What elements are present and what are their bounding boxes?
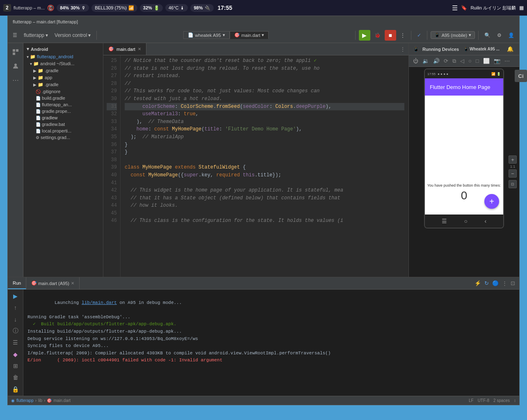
wheatek-tab[interactable]: 📄 wheatek A95 ▾ (183, 31, 230, 39)
tab-label: main.dart (116, 47, 135, 52)
more-dots-icon[interactable]: ⋯ (10, 74, 21, 86)
lf-label[interactable]: LF (469, 398, 474, 403)
device-cam-btn[interactable]: 📷 (492, 57, 502, 65)
tree-label: build.gradle (42, 96, 65, 100)
commit-icon: ✓ (417, 32, 421, 38)
device-selector[interactable]: 📱 A95 (mobile) ▾ (431, 31, 475, 39)
account-button[interactable]: 👤 (506, 31, 517, 40)
battery2-icon: 🔋 (154, 5, 160, 11)
breadcrumb-sep2: › (44, 398, 45, 403)
tree-item-gradle1[interactable]: ▶ 📁 .gradle (23, 67, 103, 74)
run-list-btn[interactable]: ☰ (10, 338, 21, 347)
tree-item-app[interactable]: ▶ 📁 app (23, 74, 103, 81)
temp-label: 46°C (169, 5, 179, 10)
folder-arrow-icon: ▶ (33, 68, 37, 73)
ci-badge[interactable]: Ci (515, 70, 519, 82)
encoding-label[interactable]: UTF-8 (478, 398, 489, 403)
sys-menu-icon[interactable]: ☰ (452, 4, 458, 12)
zoom-fit-button[interactable]: ⊡ (509, 180, 517, 188)
tree-item-flutterapp-android[interactable]: ▾ 📁 flutterapp_android (23, 53, 103, 60)
project-dropdown[interactable]: flutterapp ▾ (21, 31, 50, 40)
device-rotate-btn[interactable]: ⟳ (442, 57, 450, 65)
tree-item-settings-gradle[interactable]: ⚙ settings.grad... (23, 134, 103, 141)
device-power-btn[interactable]: ⏻ (411, 57, 420, 65)
device-home-btn[interactable]: ○ (467, 57, 473, 65)
phone-nav-back-icon[interactable]: ‹ (484, 218, 486, 224)
tree-item-flutterapp-an[interactable]: 📄 flutterapp_an... (23, 101, 103, 108)
console-output: Launching lib/main.dart on A95 in debug … (23, 290, 519, 396)
file-run-tab[interactable]: 🎯 main.dart (A95) ✕ (26, 277, 80, 289)
commit-button[interactable]: ✓ (415, 31, 424, 40)
more-button[interactable]: ⋮ (398, 31, 408, 40)
console-more-btn[interactable]: ⋮ (501, 279, 508, 287)
run-up-btn[interactable]: ↑ (10, 304, 21, 312)
phone-nav-home-icon[interactable]: ○ (464, 218, 467, 224)
breadcrumb-lib[interactable]: lib (38, 398, 42, 403)
device-more-btn[interactable]: ⋯ (503, 57, 511, 65)
run-diamond-btn[interactable]: ◆ (10, 350, 21, 358)
device-vol-down-btn[interactable]: 🔉 (421, 57, 431, 65)
fab-button[interactable]: + (484, 194, 499, 209)
console-refresh-btn[interactable]: ↻ (484, 279, 490, 287)
svg-point-3 (14, 64, 17, 66)
sys-grid-icon[interactable]: ▦ (519, 5, 524, 11)
zoom-in-button[interactable]: + (509, 155, 517, 164)
search-button[interactable]: 🔍 (482, 31, 493, 40)
debug-button[interactable]: 🐞 (372, 31, 383, 40)
settings-button[interactable]: ⚙ (495, 31, 504, 40)
tree-item-gradlew[interactable]: 📄 gradlew (23, 114, 103, 121)
code-lines[interactable]: // Notice that the counter didn't reset … (121, 55, 408, 277)
camera-off-icon: 📵 (47, 5, 54, 11)
person-icon[interactable] (10, 60, 21, 72)
run-down-btn[interactable]: ↓ (10, 315, 21, 324)
run-play-btn[interactable]: ▶ (10, 292, 21, 300)
device-vol-up-btn[interactable]: 🔊 (431, 57, 441, 65)
status-bar: ◉ flutterapp › lib › 🎯 main.dart LF UTF-… (8, 396, 519, 405)
run-settings-btn[interactable]: 🔒 (10, 385, 21, 393)
phone-nav-menu-icon[interactable]: ☰ (442, 218, 447, 224)
tree-item-gradlew-bat[interactable]: 📄 gradlew.bat (23, 121, 103, 128)
run-table-btn[interactable]: ⊞ (10, 362, 21, 370)
tree-item-local-props[interactable]: 📄 local.properti... (23, 128, 103, 134)
notification-button[interactable]: 🔔 (505, 45, 515, 53)
network-label: BELL309 (75%) (95, 5, 127, 10)
panel-expand-btn[interactable]: ⊡ (510, 279, 516, 287)
left-icon-sidebar: ⋯ (8, 43, 23, 277)
main-dart-tab[interactable]: 🎯 main.dart ▾ (230, 31, 269, 39)
editor-tab-main-dart[interactable]: 🎯 main.dart ✕ (103, 43, 146, 55)
device-screen-btn[interactable]: ⬜ (481, 57, 491, 65)
tree-item-build-gradle[interactable]: 📄 build.gradle (23, 95, 103, 101)
tree-item-android[interactable]: ▾ 📁 android ~/Studi... (23, 60, 103, 67)
zoom-out-button[interactable]: − (509, 169, 517, 178)
tree-item-gradle-props[interactable]: 📄 gradle.prope... (23, 108, 103, 114)
run-trash-btn[interactable]: 🗑 (10, 373, 21, 381)
run-button[interactable]: ▶ (359, 30, 370, 41)
phone-screen-area: You have pushed the button this many tim… (425, 96, 503, 215)
workspace-number[interactable]: 2 (3, 4, 11, 11)
indent-label[interactable]: 2 spaces (493, 398, 510, 403)
tree-item-gitignore[interactable]: 🚫 .gitignore (23, 88, 103, 95)
console-lightning-btn[interactable]: ⚡ (474, 279, 482, 287)
editor-more-button[interactable]: ⋮ (397, 46, 408, 52)
project-icon[interactable] (10, 46, 21, 58)
breadcrumb-file[interactable]: main.dart (53, 398, 71, 403)
hamburger-button[interactable]: ☰ (10, 31, 20, 40)
tab-close-icon[interactable]: ✕ (138, 47, 141, 51)
device-fold-btn[interactable]: ⧉ (451, 57, 458, 65)
device-back-btn[interactable]: ◁ (459, 57, 466, 65)
running-devices-panel: 📱 Running Devices 📱 Wheatek A95 ... 🔔 ⏻ … (408, 43, 519, 277)
sys-bookmark-icon[interactable]: 🔖 (461, 5, 467, 11)
lib-main-link[interactable]: lib/main.dart (82, 300, 117, 305)
code-content-area[interactable]: 2526272829 3031323334 3536373839 4041424… (103, 55, 408, 277)
tree-item-gradle2[interactable]: ▶ 📁 .gradle (23, 81, 103, 88)
stop-button[interactable]: ■ (385, 30, 396, 41)
device-square-btn[interactable]: □ (474, 57, 481, 65)
file-tab-close-icon[interactable]: ✕ (71, 281, 74, 285)
tree-android-header[interactable]: ▾ Android (23, 45, 103, 53)
run-circle-btn[interactable]: ⓘ (10, 327, 21, 335)
breadcrumb-project[interactable]: flutterapp (16, 398, 34, 403)
console-filter-btn[interactable]: 🔵 (491, 279, 500, 287)
run-tab[interactable]: Run (8, 277, 26, 289)
battery2-pct: 32% (143, 5, 152, 10)
vcs-dropdown[interactable]: Version control ▾ (52, 31, 93, 40)
